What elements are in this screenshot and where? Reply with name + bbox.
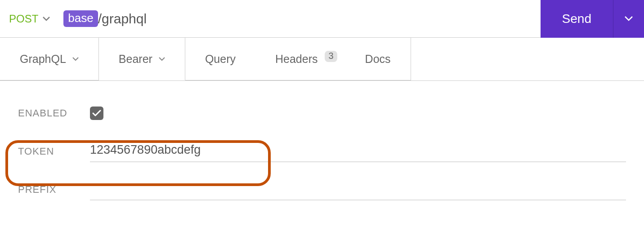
tab-docs-label: Docs [365, 53, 391, 66]
http-method-label: POST [9, 13, 38, 25]
caret-down-icon [43, 17, 50, 21]
tab-auth-label: Bearer [119, 53, 152, 66]
tab-auth[interactable]: Bearer [99, 38, 185, 80]
tab-headers[interactable]: Headers 3 [255, 38, 345, 80]
token-label: TOKEN [18, 146, 90, 157]
request-bar: POST base /graphql Send [0, 0, 644, 38]
prefix-input[interactable] [90, 178, 626, 200]
caret-down-icon [72, 57, 79, 61]
prefix-label: PREFIX [18, 184, 90, 195]
send-button-group: Send [541, 0, 644, 38]
tab-body[interactable]: GraphQL [0, 38, 99, 80]
send-button[interactable]: Send [541, 0, 613, 38]
enabled-checkbox[interactable] [90, 107, 103, 120]
headers-count-badge: 3 [325, 51, 337, 62]
environment-tag[interactable]: base [63, 10, 98, 27]
tab-query[interactable]: Query [185, 38, 255, 80]
prefix-row: PREFIX [18, 178, 626, 200]
enabled-label: ENABLED [18, 107, 90, 119]
caret-down-icon [159, 57, 165, 61]
enabled-row: ENABLED [18, 102, 626, 124]
request-url-path[interactable]: /graphql [98, 11, 147, 27]
tab-body-label: GraphQL [20, 53, 66, 66]
tab-docs[interactable]: Docs [345, 38, 411, 80]
tab-query-label: Query [205, 53, 236, 66]
token-input[interactable] [90, 140, 626, 162]
tab-headers-label: Headers [275, 53, 318, 66]
token-row: TOKEN [18, 140, 626, 162]
request-tabs: GraphQL Bearer Query Headers 3 Docs [0, 38, 644, 81]
auth-settings-panel: ENABLED TOKEN PREFIX [0, 81, 644, 200]
http-method-select[interactable]: POST [9, 13, 54, 25]
check-icon [92, 110, 101, 117]
send-dropdown-button[interactable] [613, 0, 644, 38]
caret-down-icon [625, 16, 633, 22]
